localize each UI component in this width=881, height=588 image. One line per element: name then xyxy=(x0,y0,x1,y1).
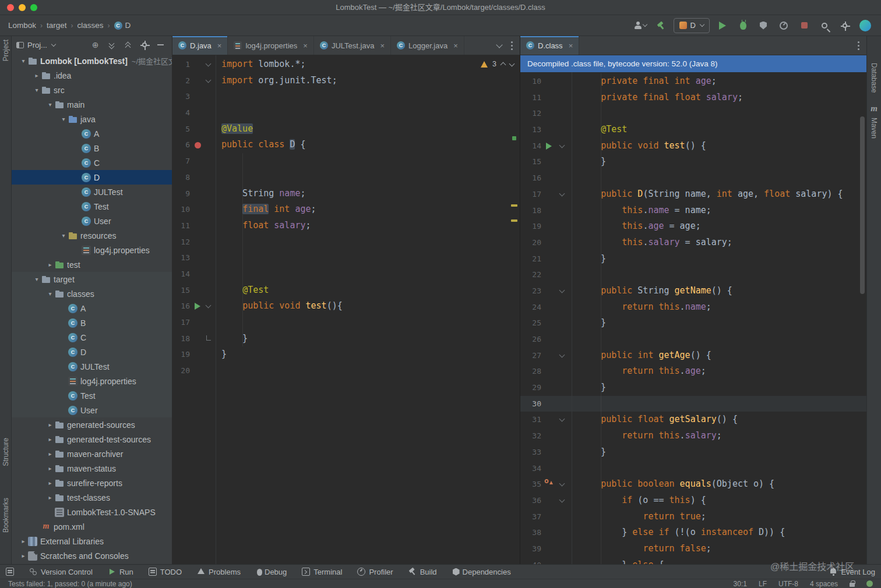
code-line-17[interactable]: 17 xyxy=(172,314,520,331)
coverage-button[interactable] xyxy=(756,18,771,33)
lock-icon[interactable] xyxy=(850,583,855,587)
code-line-28[interactable]: 28 return this.age; xyxy=(520,363,866,380)
toolstrip-structure[interactable]: Structure xyxy=(0,438,11,466)
tree-item-d[interactable]: D xyxy=(12,345,172,359)
code-line-18[interactable]: 18 } xyxy=(172,331,520,347)
debug-button[interactable] xyxy=(735,18,750,33)
code-line-22[interactable]: 22 xyxy=(520,267,866,283)
tree-item-main[interactable]: ▾main xyxy=(12,97,172,112)
toolwindow-profiler[interactable]: Profiler xyxy=(357,568,393,576)
caret-position[interactable]: 30:1 xyxy=(734,580,747,588)
code-line-3[interactable]: 3 xyxy=(172,88,520,105)
code-line-11[interactable]: 11 float salary; xyxy=(172,218,520,234)
run-gutter-icon[interactable] xyxy=(541,138,556,154)
tree-item-src[interactable]: ▾src xyxy=(12,83,172,97)
chevron-expanded-icon[interactable]: ▾ xyxy=(32,87,41,93)
code-line-8[interactable]: 8 xyxy=(172,169,520,186)
fold-icon[interactable] xyxy=(556,283,572,299)
code-line-24[interactable]: 24 return this.name; xyxy=(520,299,866,316)
chevron-collapsed-icon[interactable]: ▸ xyxy=(19,538,28,544)
breadcrumb-item-d[interactable]: D xyxy=(114,21,131,30)
code-line-7[interactable]: 7 xyxy=(172,153,520,169)
fold-icon[interactable] xyxy=(203,56,216,73)
close-icon[interactable]: × xyxy=(569,41,573,50)
fold-icon[interactable] xyxy=(556,138,572,154)
toolstrip-maven[interactable]: Maven xyxy=(867,118,881,139)
editor-dclass[interactable]: 10 private final int age;11 private fina… xyxy=(520,72,866,564)
chevron-expanded-icon[interactable]: ▾ xyxy=(45,101,55,108)
chevron-collapsed-icon[interactable]: ▸ xyxy=(19,552,28,559)
tree-item-d[interactable]: D xyxy=(12,170,172,185)
fold-icon[interactable] xyxy=(203,73,216,89)
project-view-dropdown[interactable]: Proj... xyxy=(27,41,47,49)
code-line-20[interactable]: 20 this.salary = salary; xyxy=(520,235,866,251)
breadcrumb-item-lombok[interactable]: Lombok xyxy=(8,21,36,30)
fold-icon[interactable] xyxy=(556,186,572,203)
code-line-23[interactable]: 23 public String getName() { xyxy=(520,283,866,299)
code-line-18[interactable]: 18 this.name = name; xyxy=(520,203,866,219)
tree-item-surefire-reports[interactable]: ▸surefire-reports xyxy=(12,476,172,490)
tree-item-b[interactable]: B xyxy=(12,316,172,330)
tab-logger-java[interactable]: Logger.java× xyxy=(391,36,464,55)
code-line-14[interactable]: 14 xyxy=(172,266,520,282)
code-line-10[interactable]: 10 final int age; xyxy=(172,201,520,218)
tree-item-java[interactable]: ▾java xyxy=(12,112,172,126)
breadcrumb-item-target[interactable]: target xyxy=(47,21,67,30)
code-line-17[interactable]: 17 public D(String name, int age, float … xyxy=(520,186,866,203)
tree-item-idea[interactable]: ▸.idea xyxy=(12,68,172,83)
tree-item-classes[interactable]: ▾classes xyxy=(12,286,172,301)
code-line-19[interactable]: 19 this.age = age; xyxy=(520,218,866,235)
chevron-collapsed-icon[interactable]: ▸ xyxy=(45,451,55,457)
toolwindow-build[interactable]: Build xyxy=(408,568,437,576)
code-line-35[interactable]: 35 public boolean equals(Object o) { xyxy=(520,476,866,493)
error-stripe-mark-warning[interactable] xyxy=(511,219,517,222)
fold-icon[interactable] xyxy=(203,298,216,314)
toolwindow-dependencies[interactable]: Dependencies xyxy=(452,568,511,576)
toolwindow-debug[interactable]: Debug xyxy=(256,568,287,576)
scrollbar-thumb[interactable] xyxy=(860,116,865,294)
tree-item-test[interactable]: ▸test xyxy=(12,257,172,272)
tree-item-external-libraries[interactable]: ▸External Libraries xyxy=(12,534,172,548)
code-line-15[interactable]: 15 } xyxy=(520,154,866,170)
chevron-collapsed-icon[interactable]: ▸ xyxy=(45,465,55,472)
tab-d-class[interactable]: D.class× xyxy=(520,36,579,55)
chevron-collapsed-icon[interactable]: ▸ xyxy=(45,494,55,501)
tree-item-c[interactable]: C xyxy=(12,155,172,170)
panel-settings-button[interactable] xyxy=(140,41,149,49)
build-project-button[interactable] xyxy=(653,18,668,33)
tree-item-a[interactable]: A xyxy=(12,301,172,316)
user-account-button[interactable] xyxy=(633,18,648,33)
tab-jultest-java[interactable]: JULTest.java× xyxy=(314,36,391,55)
line-separator[interactable]: LF xyxy=(759,580,767,588)
code-line-2[interactable]: 2import org.junit.Test; xyxy=(172,73,520,89)
code-line-38[interactable]: 38 } else if (!(o instanceof D)) { xyxy=(520,525,866,541)
tab-log4j-properties[interactable]: log4j.properties× xyxy=(228,36,313,55)
code-line-37[interactable]: 37 return true; xyxy=(520,509,866,525)
run-gutter-icon[interactable] xyxy=(190,298,203,314)
fold-icon[interactable] xyxy=(556,476,572,493)
toolstrip-bookmarks[interactable]: Bookmarks xyxy=(0,498,11,533)
code-line-21[interactable]: 21 } xyxy=(520,251,866,267)
search-everywhere-button[interactable] xyxy=(817,18,832,33)
override-gutter-icon[interactable] xyxy=(541,476,556,493)
code-line-29[interactable]: 29 } xyxy=(520,380,866,396)
next-problem-icon[interactable] xyxy=(509,61,515,66)
code-line-15[interactable]: 15 @Test xyxy=(172,282,520,299)
chevron-collapsed-icon[interactable]: ▸ xyxy=(45,436,55,442)
toolwindow-todo[interactable]: TODO xyxy=(149,568,182,576)
code-line-5[interactable]: 5@Value xyxy=(172,121,520,137)
tab-d-java[interactable]: D.java× xyxy=(172,36,228,55)
stop-button[interactable] xyxy=(797,18,812,33)
code-line-19[interactable]: 19} xyxy=(172,346,520,363)
code-line-36[interactable]: 36 if (o == this) { xyxy=(520,493,866,509)
tool-window-switcher-icon[interactable] xyxy=(6,568,14,576)
code-line-39[interactable]: 39 return false; xyxy=(520,541,866,557)
tree-item-lomboktest-1-0-snaps[interactable]: LombokTest-1.0-SNAPS xyxy=(12,505,172,519)
highlighting-level-icon[interactable] xyxy=(866,580,873,587)
breadcrumb-item-classes[interactable]: classes xyxy=(77,21,104,30)
fold-icon[interactable] xyxy=(556,493,572,509)
file-encoding[interactable]: UTF-8 xyxy=(778,580,798,588)
code-line-14[interactable]: 14 public void test() { xyxy=(520,138,866,154)
tree-item-b[interactable]: B xyxy=(12,141,172,155)
expand-all-button[interactable] xyxy=(107,41,116,49)
